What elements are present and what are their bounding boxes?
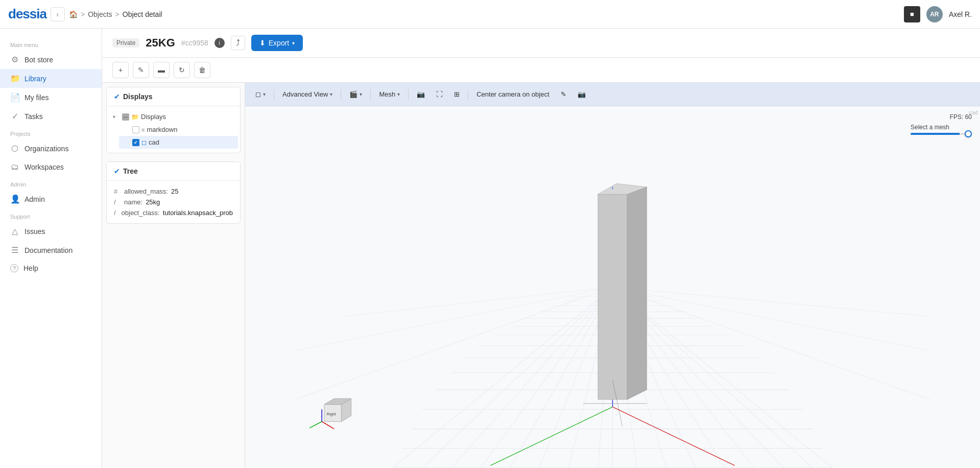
my-files-icon: 📄 bbox=[10, 92, 19, 102]
markdown-label: markdown bbox=[147, 126, 177, 133]
sidebar-item-bot-store[interactable]: ⚙ Bot store bbox=[0, 50, 102, 69]
nav-back-button[interactable]: ‹ bbox=[51, 7, 65, 21]
advanced-view-button[interactable]: Advanced View ▾ bbox=[278, 88, 337, 100]
sidebar-item-workspaces[interactable]: 🗂 Workspaces bbox=[0, 158, 102, 176]
sidebar-label-bot-store: Bot store bbox=[25, 56, 53, 64]
cad-checkbox[interactable]: ✔ bbox=[132, 139, 139, 146]
refresh-button[interactable]: ↻ bbox=[174, 62, 190, 78]
tree-row-name: I name: 25kg bbox=[114, 197, 233, 207]
displays-cad-row[interactable]: ✔ ◻ cad bbox=[119, 136, 238, 149]
delete-button[interactable]: 🗑 bbox=[194, 62, 210, 78]
private-badge: Private bbox=[112, 38, 139, 48]
sidebar-item-help[interactable]: ? Help bbox=[0, 260, 102, 277]
projects-label: Projects bbox=[0, 126, 102, 139]
tree-panel: ✔ Tree # allowed_mass: 25 I name: 25kg bbox=[106, 161, 241, 224]
main-menu-label: Main menu bbox=[0, 37, 102, 50]
object-class-value: tutorials.knapsack_prob bbox=[163, 209, 233, 217]
mesh-chevron: ▾ bbox=[397, 91, 400, 97]
displays-panel-title: Displays bbox=[123, 92, 153, 101]
sidebar-item-organizations[interactable]: ⬡ Organizations bbox=[0, 139, 102, 158]
content-area: Private 25KG #cc9958 i ⤴ ⬇ Export ▾ + ✎ … bbox=[102, 29, 980, 468]
camera-button[interactable]: 🎬 ▾ bbox=[345, 88, 366, 100]
sidebar-label-help: Help bbox=[23, 264, 38, 272]
organizations-icon: ⬡ bbox=[10, 144, 19, 153]
grid-button[interactable]: ⊞ bbox=[450, 88, 464, 100]
displays-folder-icon: 📁 bbox=[131, 113, 139, 121]
topbar-monitor-icon[interactable]: ■ bbox=[904, 6, 920, 22]
viewport-toolbar: ◻ ▾ Advanced View ▾ 🎬 ▾ Mesh bbox=[245, 83, 980, 106]
share-icon: ⤴ bbox=[236, 38, 240, 48]
camera2-button[interactable]: 📷 bbox=[573, 88, 590, 100]
tasks-icon: ✓ bbox=[10, 111, 19, 121]
sidebar-label-organizations: Organizations bbox=[25, 145, 68, 153]
displays-root-row[interactable]: ▾ — 📁 Displays bbox=[109, 110, 238, 123]
sidebar-label-admin: Admin bbox=[25, 195, 45, 203]
italic-icon-name: I bbox=[114, 198, 121, 206]
italic-icon-class: I bbox=[114, 209, 118, 217]
hash-icon: # bbox=[114, 188, 121, 195]
advanced-view-label: Advanced View bbox=[282, 90, 328, 98]
center-camera-button[interactable]: Center camera on object bbox=[472, 88, 553, 100]
edit-pencil-button[interactable]: ✎ bbox=[557, 88, 570, 100]
cad-label-tree: cad bbox=[149, 138, 159, 146]
sidebar-label-tasks: Tasks bbox=[25, 112, 43, 121]
breadcrumb-objects[interactable]: Objects bbox=[88, 10, 112, 18]
vp-divider-5 bbox=[468, 89, 468, 100]
object-title: 25KG bbox=[146, 36, 175, 50]
sidebar-item-my-files[interactable]: 📄 My files bbox=[0, 88, 102, 107]
camera-icon: 🎬 bbox=[349, 90, 357, 98]
add-button[interactable]: + bbox=[112, 62, 129, 78]
name-key: name: bbox=[124, 198, 142, 206]
mesh-slider-thumb[interactable] bbox=[965, 130, 972, 137]
fullscreen-button[interactable]: ⛶ bbox=[432, 88, 447, 100]
help-icon: ? bbox=[10, 264, 18, 272]
sidebar-item-documentation[interactable]: ☰ Documentation bbox=[0, 241, 102, 260]
photo-icon: 📷 bbox=[417, 90, 425, 98]
camera-chevron: ▾ bbox=[360, 91, 362, 97]
sidebar-item-admin[interactable]: 👤 Admin bbox=[0, 190, 102, 208]
mesh-slider[interactable] bbox=[911, 133, 972, 135]
export-button[interactable]: ⬇ Export ▾ bbox=[251, 35, 303, 51]
svg-marker-44 bbox=[627, 187, 647, 400]
edit-button[interactable]: ✎ bbox=[133, 62, 149, 78]
admin-label: Admin bbox=[0, 176, 102, 190]
allowed-mass-key: allowed_mass: bbox=[124, 188, 168, 195]
sidebar-label-library: Library bbox=[25, 75, 46, 83]
sidebar-item-library[interactable]: 📁 Library bbox=[0, 69, 102, 88]
tree-row-object-class: I object_class: tutorials.knapsack_prob bbox=[114, 207, 233, 218]
breadcrumb-home-icon[interactable]: 🏠 bbox=[69, 10, 78, 18]
tree-check-icon: ✔ bbox=[114, 167, 120, 175]
bot-store-icon: ⚙ bbox=[10, 55, 19, 64]
documentation-icon: ☰ bbox=[10, 245, 19, 255]
vp-divider-1 bbox=[274, 89, 274, 100]
center-camera-label: Center camera on object bbox=[476, 90, 549, 98]
mesh-button[interactable]: Mesh ▾ bbox=[375, 88, 404, 100]
export-chevron-icon: ▾ bbox=[292, 40, 295, 46]
photo-button[interactable]: 📷 bbox=[413, 88, 429, 100]
tree-row-allowed-mass: # allowed_mass: 25 bbox=[114, 186, 233, 197]
info-button[interactable]: i bbox=[214, 38, 225, 48]
pencil-icon: ✎ bbox=[561, 90, 566, 98]
displays-tree: ▾ — 📁 Displays ≡ markdown bbox=[107, 106, 240, 153]
displays-root-toggle: ▾ bbox=[113, 114, 120, 120]
shapes-button[interactable]: ◻ ▾ bbox=[251, 88, 270, 100]
markdown-icon: ≡ bbox=[141, 127, 145, 133]
sidebar-label-documentation: Documentation bbox=[25, 246, 73, 254]
displays-children: ≡ markdown ✔ ◻ cad bbox=[109, 123, 238, 149]
sidebar-item-tasks[interactable]: ✓ Tasks bbox=[0, 107, 102, 126]
markdown-checkbox[interactable] bbox=[132, 126, 139, 133]
export-label: Export bbox=[269, 39, 289, 47]
copy-button[interactable]: ▬ bbox=[153, 62, 170, 78]
sidebar-item-issues[interactable]: △ Issues bbox=[0, 222, 102, 241]
issues-icon: △ bbox=[10, 226, 19, 236]
object-class-key: object_class: bbox=[122, 209, 160, 217]
displays-root-checkbox[interactable]: — bbox=[122, 113, 129, 121]
panels-3d-area: ✔ Displays ▾ — 📁 Displays bbox=[102, 83, 980, 468]
advanced-view-chevron: ▾ bbox=[330, 91, 332, 97]
svg-marker-43 bbox=[598, 194, 627, 400]
sidebar-label-issues: Issues bbox=[25, 227, 45, 236]
main-layout: Main menu ⚙ Bot store 📁 Library 📄 My fil… bbox=[0, 29, 980, 468]
share-button[interactable]: ⤴ bbox=[231, 36, 245, 50]
displays-markdown-row[interactable]: ≡ markdown bbox=[119, 123, 238, 136]
admin-icon: 👤 bbox=[10, 194, 19, 204]
